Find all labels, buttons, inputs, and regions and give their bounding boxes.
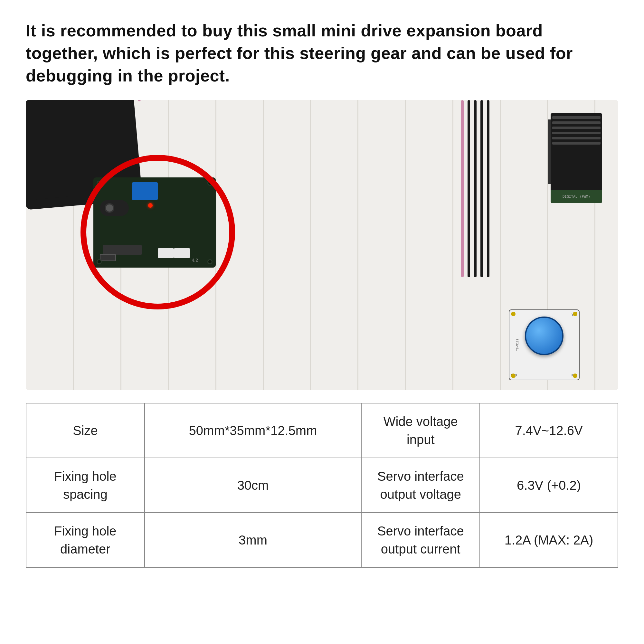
cell-size-label: Size bbox=[26, 403, 145, 458]
table-row-fixing-diameter: Fixing hole diameter 3mm Servo interface… bbox=[26, 513, 618, 567]
header-description: It is recommended to buy this small mini… bbox=[26, 19, 618, 87]
blue-button bbox=[525, 317, 563, 355]
cell-output-voltage-value: 6.3V (+0.2) bbox=[480, 458, 618, 513]
table-row-size: Size 50mm*35mm*12.5mm Wide voltage input… bbox=[26, 403, 618, 458]
table-row-fixing-spacing: Fixing hole spacing 30cm Servo interface… bbox=[26, 458, 618, 513]
cell-output-voltage-label: Servo interface output voltage bbox=[361, 458, 480, 513]
cell-diameter-label: Fixing hole diameter bbox=[26, 513, 145, 567]
background-wood: 4.2 DIGITAL (PWM) bbox=[26, 100, 618, 390]
specs-table: Size 50mm*35mm*12.5mm Wide voltage input… bbox=[26, 403, 618, 568]
cell-output-current-value: 1.2A (MAX: 2A) bbox=[480, 513, 618, 567]
red-circle-highlight bbox=[81, 155, 235, 309]
cell-voltage-value: 7.4V~12.6V bbox=[480, 403, 618, 458]
digital-module: DIGITAL (PWM) bbox=[551, 113, 602, 203]
cell-output-current-label: Servo interface output current bbox=[361, 513, 480, 567]
cell-diameter-value: 3mm bbox=[145, 513, 362, 567]
wire-diagonal bbox=[138, 100, 245, 102]
product-image: 4.2 DIGITAL (PWM) bbox=[26, 100, 618, 390]
cable-r1 bbox=[487, 100, 489, 277]
digital-module-container: DIGITAL (PWM) bbox=[551, 113, 602, 203]
cell-spacing-value: 30cm bbox=[145, 458, 362, 513]
pcb-container: 4.2 bbox=[77, 152, 238, 313]
cell-spacing-label: Fixing hole spacing bbox=[26, 458, 145, 513]
page-container: It is recommended to buy this small mini… bbox=[0, 0, 644, 644]
cable-r3 bbox=[474, 100, 477, 277]
cable-r4 bbox=[468, 100, 470, 277]
cable-r2 bbox=[480, 100, 483, 277]
button-module: GND VCC Key TB-V102 bbox=[509, 309, 580, 380]
cell-size-value: 50mm*35mm*12.5mm bbox=[145, 403, 362, 458]
cable-r5 bbox=[461, 100, 464, 277]
cell-voltage-label: Wide voltage input bbox=[361, 403, 480, 458]
